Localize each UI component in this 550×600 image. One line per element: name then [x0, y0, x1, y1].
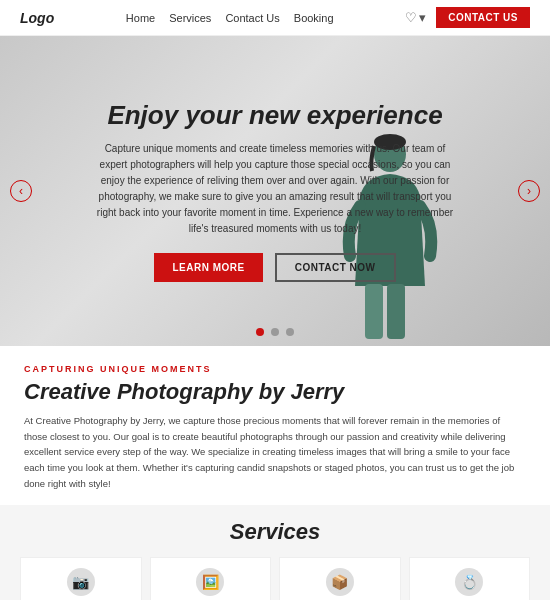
about-text: At Creative Photography by Jerry, we cap…	[24, 413, 524, 491]
wedding-icon: 💍	[455, 568, 483, 596]
navbar: Logo Home Services Contact Us Booking ♡ …	[0, 0, 550, 36]
portrait-icon: 🖼️	[196, 568, 224, 596]
carousel-dots	[256, 328, 294, 336]
services-section: Services 📷 Event Photography All service…	[0, 505, 550, 600]
hero-title: Enjoy your new experience	[107, 100, 442, 131]
nav-services[interactable]: Services	[169, 12, 211, 24]
nav-booking[interactable]: Booking	[294, 12, 334, 24]
service-card-portrait[interactable]: 🖼️ Portrait Photography	[150, 557, 272, 600]
nav-home[interactable]: Home	[126, 12, 155, 24]
heart-chevron: ▾	[419, 10, 426, 25]
nav-contact[interactable]: Contact Us	[225, 12, 279, 24]
hero-description: Capture unique moments and create timele…	[65, 141, 485, 237]
svg-rect-2	[387, 284, 405, 339]
nav-logo: Logo	[20, 10, 54, 26]
nav-links: Home Services Contact Us Booking	[126, 12, 334, 24]
contact-now-button[interactable]: CONTACT NOW	[275, 253, 396, 282]
hero-section: ‹ › Enjoy your new experience Capture un…	[0, 36, 550, 346]
service-card-event[interactable]: 📷 Event Photography All services are	[20, 557, 142, 600]
learn-more-button[interactable]: LEARN MORE	[154, 253, 262, 282]
dot-2[interactable]	[271, 328, 279, 336]
service-card-product[interactable]: 📦 Product Photography	[279, 557, 401, 600]
nav-contact-button[interactable]: CONTACT US	[436, 7, 530, 28]
dot-3[interactable]	[286, 328, 294, 336]
heart-symbol: ♡	[405, 10, 417, 25]
event-icon: 📷	[67, 568, 95, 596]
services-title: Services	[10, 519, 540, 545]
nav-heart-icon[interactable]: ♡ ▾	[405, 10, 426, 25]
service-card-wedding[interactable]: 💍 Wedding Photography	[409, 557, 531, 600]
dot-1[interactable]	[256, 328, 264, 336]
about-section: CAPTURING UNIQUE MOMENTS Creative Photog…	[0, 346, 550, 505]
about-tagline: CAPTURING UNIQUE MOMENTS	[24, 364, 526, 374]
services-grid: 📷 Event Photography All services are 🖼️ …	[10, 557, 540, 600]
nav-right: ♡ ▾ CONTACT US	[405, 7, 530, 28]
hero-buttons: LEARN MORE CONTACT NOW	[154, 253, 395, 282]
product-icon: 📦	[326, 568, 354, 596]
hero-next-arrow[interactable]: ›	[518, 180, 540, 202]
hero-prev-arrow[interactable]: ‹	[10, 180, 32, 202]
svg-rect-1	[365, 284, 383, 339]
about-title: Creative Photography by Jerry	[24, 379, 526, 405]
